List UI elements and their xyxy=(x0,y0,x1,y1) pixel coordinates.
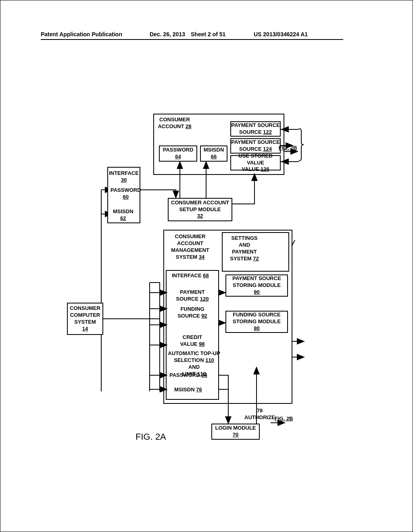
box-msisdn-66: MSISDN66 xyxy=(200,145,227,162)
field-payment-source-120: PAYMENTSOURCE 120 xyxy=(170,289,215,303)
header-date: Dec. 26, 2013 xyxy=(150,31,185,37)
field-password-60: PASSWORD60 xyxy=(111,187,141,201)
box-use-stored-value-126: USE STORED VALUEVALUE 126 xyxy=(230,155,281,170)
field-msisdn-76: MSISDN 76 xyxy=(174,387,202,393)
field-password-74: PASSWORD 74 xyxy=(169,372,207,379)
box-payment-source-122: PAYMENT SOURCESOURCE 122 xyxy=(230,121,281,137)
box-password-64: PASSWORD64 xyxy=(159,145,197,162)
consumer-account-label: CONSUMER ACCOUNT 28 xyxy=(156,116,193,130)
field-funding-source-92: FUNDINGSOURCE 92 xyxy=(170,306,215,320)
figure-ref-2b-top: FIG. 2B xyxy=(279,145,297,151)
box-payment-source-124: PAYMENT SOURCESOURCE 124 xyxy=(230,138,281,154)
figure-label-2a: FIG. 2A xyxy=(136,432,166,442)
box-payment-source-storing-90: PAYMENT SOURCESTORING MODULE90 xyxy=(225,274,288,297)
label-cams-34: CONSUMER ACCOUNT MANAGEMENT SYSTEM 34 xyxy=(167,233,213,261)
figure-ref-2b-bottom: FIG. 2B xyxy=(275,416,293,422)
box-login-module-70: LOGIN MODULE70 xyxy=(211,424,260,440)
box-funding-source-storing-80: FUNDING SOURCESTORING MODULE80 xyxy=(225,311,288,333)
header-publication: Patent Application Publication xyxy=(41,31,122,37)
box-consumer-computer-14: CONSUMER COMPUTER SYSTEM14 xyxy=(67,303,103,335)
field-credit-value-98: CREDITVALUE 98 xyxy=(174,334,211,348)
field-msisdn-62: MSISDN62 xyxy=(113,208,133,222)
label-authorize-78: 78AUTHORIZE xyxy=(244,407,275,421)
header-sheet: Sheet 2 of 51 xyxy=(191,31,225,37)
header-number: US 2013/0346224 A1 xyxy=(254,31,308,37)
box-setup-module-32: CONSUMER ACCOUNT SETUP MODULE32 xyxy=(168,198,232,221)
label-interface-68: INTERFACE 68 xyxy=(172,272,209,279)
diagram-container: CONSUMER ACCOUNT 28 PASSWORD64 MSISDN66 … xyxy=(55,109,305,452)
label-settings-payment-72: SETTINGS AND PAYMENT SYSTEM 72 xyxy=(226,235,263,262)
header-rule xyxy=(41,39,343,40)
